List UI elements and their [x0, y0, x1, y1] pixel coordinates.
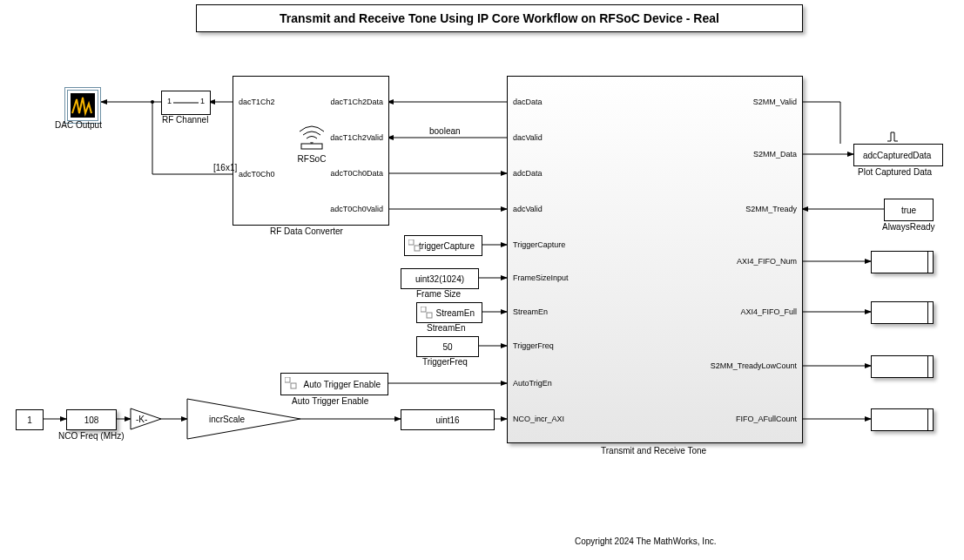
svg-rect-8 — [415, 246, 420, 251]
rfdc-lport-0: dacT1Ch2 — [239, 98, 275, 106]
incrscale-label: incrScale — [209, 415, 245, 424]
trigger-freq-label: TriggerFreq — [422, 357, 468, 367]
main-rport-6: FIFO_AFullCount — [736, 415, 797, 423]
display-fifo-afull[interactable] — [871, 408, 934, 431]
main-lport-4: TriggerCapture — [513, 240, 565, 249]
nco-const-1[interactable]: 1 — [16, 409, 44, 430]
always-ready-label: AlwaysReady — [882, 222, 935, 232]
trigger-capture-text: triggerCapture — [415, 241, 478, 251]
uint16-block[interactable]: uint16 — [401, 409, 495, 430]
boolean-label: boolean — [429, 126, 461, 136]
nco-disp-108[interactable]: 108 — [66, 409, 117, 430]
svg-point-0 — [151, 100, 154, 104]
auto-trigger-enable-inner: Auto Trigger Enable — [300, 380, 384, 389]
display-tready-low[interactable] — [871, 355, 934, 378]
display-fifo-full[interactable] — [871, 301, 934, 324]
main-lport-3: adcValid — [513, 205, 543, 213]
main-block-label: Transmit and Receive Tone — [601, 446, 706, 455]
dac-output-scope[interactable] — [64, 87, 101, 124]
rf-channel-block[interactable]: 1 1 — [161, 91, 211, 115]
svg-rect-5 — [285, 377, 290, 382]
nco-disp-108-text: 108 — [81, 415, 103, 425]
main-rport-3: AXI4_FIFO_Num — [737, 257, 797, 266]
rfdc-rport-3: adcT0Ch0Valid — [330, 205, 383, 213]
trigger-freq-value: 50 — [439, 342, 455, 352]
main-rport-0: S2MM_Valid — [753, 98, 797, 106]
bus16-label: [16x1] — [213, 163, 237, 172]
svg-rect-7 — [408, 240, 414, 245]
plot-captured-data-label: Plot Captured Data — [858, 167, 932, 177]
transmit-receive-tone-block[interactable]: dacData dacValid adcData adcValid Trigge… — [507, 76, 803, 443]
trigger-capture-block[interactable]: triggerCapture — [404, 235, 482, 256]
main-lport-6: StreamEn — [513, 307, 548, 316]
dac-output-label: DAC Output — [55, 120, 102, 130]
main-lport-9: NCO_incr_AXI — [513, 415, 564, 423]
diagram-title-text: Transmit and Receive Tone Using IP Core … — [280, 11, 719, 25]
diagram-title: Transmit and Receive Tone Using IP Core … — [196, 4, 803, 32]
main-rport-5: S2MM_TreadyLowCount — [711, 361, 797, 370]
main-rport-4: AXI4_FIFO_Full — [740, 307, 797, 316]
rf-data-converter-block[interactable]: dacT1Ch2 adcT0Ch0 dacT1Ch2Data dacT1Ch2V… — [233, 76, 389, 226]
auto-trigger-enable-label: Auto Trigger Enable — [292, 396, 368, 406]
plot-captured-data-block[interactable]: adcCapturedData — [853, 144, 943, 166]
always-ready-value: true — [898, 206, 920, 215]
main-lport-5: FrameSizeInput — [513, 273, 569, 282]
rfdc-lport-1: adcT0Ch0 — [239, 170, 275, 179]
rfdc-rport-0: dacT1Ch2Data — [330, 98, 383, 106]
always-ready-block[interactable]: true — [884, 199, 934, 221]
main-lport-8: AutoTrigEn — [513, 379, 552, 388]
rfdc-label: RF Data Converter — [270, 226, 343, 236]
display-fifo-num[interactable] — [871, 251, 934, 273]
stream-en-block[interactable]: StreamEn — [416, 302, 482, 323]
nco-const-1-text: 1 — [24, 415, 36, 425]
frame-size-value: uint32(1024) — [412, 274, 468, 284]
svg-rect-10 — [427, 313, 432, 318]
svg-rect-6 — [291, 383, 296, 388]
uint16-text: uint16 — [432, 415, 462, 425]
main-rport-2: S2MM_Tready — [745, 205, 797, 213]
frame-size-block[interactable]: uint32(1024) — [401, 268, 479, 289]
main-lport-0: dacData — [513, 98, 543, 106]
svg-rect-4 — [301, 144, 322, 149]
gain-k-label: -K- — [136, 415, 147, 424]
main-lport-7: TriggerFreq — [513, 341, 554, 350]
frame-size-label: Frame Size — [416, 289, 461, 299]
stream-en-value: StreamEn — [433, 308, 478, 318]
rfdc-rport-2: adcT0Ch0Data — [330, 169, 383, 178]
plot-captured-data-port: adcCapturedData — [860, 151, 934, 160]
rfdc-inner-label: RFSoC — [286, 154, 338, 164]
main-rport-1: S2MM_Data — [753, 150, 797, 159]
stream-en-label: StreamEn — [427, 323, 465, 333]
trigger-freq-block[interactable]: 50 — [416, 336, 479, 357]
main-lport-1: dacValid — [513, 133, 543, 142]
auto-trigger-enable-block[interactable]: Auto Trigger Enable — [280, 373, 388, 395]
main-lport-2: adcData — [513, 169, 543, 178]
svg-rect-9 — [421, 307, 426, 312]
rf-channel-label: RF Channel — [162, 115, 208, 125]
rfdc-rport-1: dacT1Ch2Valid — [330, 133, 383, 142]
wires-layer — [0, 0, 964, 560]
nco-freq-label: NCO Freq (MHz) — [58, 431, 125, 441]
copyright-label: Copyright 2024 The MathWorks, Inc. — [575, 536, 717, 546]
